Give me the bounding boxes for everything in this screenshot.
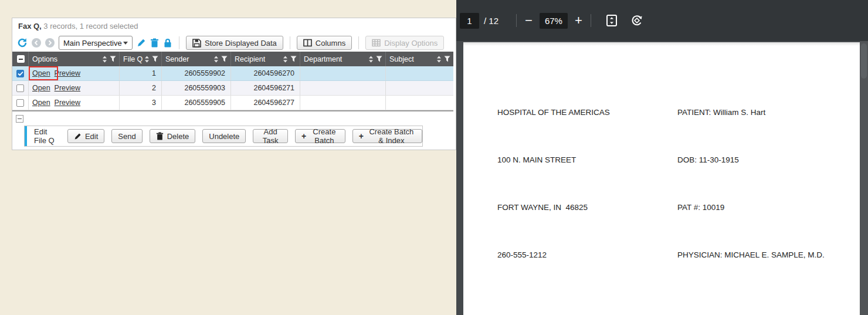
collapse-icon[interactable] <box>16 115 23 123</box>
scrollbar[interactable] <box>860 41 868 315</box>
sender-cell: 2605559902 <box>162 66 231 80</box>
display-options-button[interactable]: Display Options <box>365 36 444 50</box>
patient-line: PHYSICIAN: MICHAEL E. SAMPLE, M.D. <box>677 247 825 263</box>
column-header-file-q-id[interactable]: File Q ID <box>120 52 162 66</box>
select-all-checkbox[interactable] <box>17 55 25 63</box>
create-batch-button[interactable]: + Create Batch <box>295 129 345 143</box>
prev-page-icon[interactable] <box>32 38 41 48</box>
zoom-level-input[interactable]: 67% <box>540 13 568 29</box>
filter-icon[interactable] <box>444 56 450 62</box>
field-line-examination: EXAMINATION:MRI LUMBOSACRAL SPINE <box>497 312 835 315</box>
open-link[interactable]: Open <box>32 99 50 107</box>
fax-q-pane: Fax Q, 3 records, 1 record selected Main… <box>0 0 456 315</box>
save-icon <box>192 39 201 48</box>
next-page-icon[interactable] <box>45 38 55 48</box>
open-link[interactable]: Open <box>32 69 50 77</box>
table-row[interactable]: Open Preview 3 2605559905 2604596277 <box>12 96 453 110</box>
table-bottom-border <box>12 110 453 111</box>
filter-icon[interactable] <box>152 56 158 62</box>
filter-icon[interactable] <box>110 56 116 62</box>
options-cell: Open Preview <box>29 96 120 110</box>
sort-icon[interactable] <box>102 56 107 63</box>
facility-line: 100 N. MAIN STREET <box>497 152 677 168</box>
preview-link[interactable]: Preview <box>55 99 80 107</box>
subject-cell <box>386 66 453 80</box>
scrollbar-thumb[interactable] <box>861 43 867 79</box>
edit-perspective-icon[interactable] <box>137 38 146 48</box>
pdf-toolbar-separator <box>591 14 591 27</box>
pencil-icon <box>74 133 82 140</box>
patient-line: PATIENT: William S. Hart <box>677 104 825 120</box>
recipient-cell: 2604596271 <box>231 81 300 95</box>
table-row[interactable]: Open Preview 2 2605559903 2604596271 <box>12 81 453 96</box>
column-header-options[interactable]: Options <box>29 52 120 66</box>
perspective-select[interactable]: Main Perspective <box>59 36 133 50</box>
patient-block: PATIENT: William S. Hart DOB: 11-30-1915… <box>677 73 825 294</box>
facility-line: HOSPITAL OF THE AMERICAS <box>497 104 677 120</box>
sort-icon[interactable] <box>213 56 219 63</box>
chevron-down-icon <box>123 42 128 45</box>
sort-icon[interactable] <box>283 56 288 63</box>
store-displayed-data-button[interactable]: Store Displayed Data <box>186 36 283 50</box>
send-button[interactable]: Send <box>111 129 142 143</box>
columns-button[interactable]: Columns <box>297 36 352 50</box>
row-checkbox[interactable] <box>16 99 24 107</box>
action-group-label: Edit File Q <box>34 127 59 145</box>
facility-line: 260-555-1212 <box>497 247 677 263</box>
record-count-text: 3 records, 1 record selected <box>42 22 138 31</box>
row-select-cell <box>12 96 29 110</box>
sort-icon[interactable] <box>144 56 150 63</box>
open-link[interactable]: Open <box>32 84 50 92</box>
rotate-icon[interactable] <box>630 13 644 28</box>
sender-cell: 2605559905 <box>162 96 231 110</box>
filter-icon[interactable] <box>290 56 297 62</box>
toolbar-separator <box>358 36 359 49</box>
sort-icon[interactable] <box>436 56 442 63</box>
action-panel-accent <box>25 126 27 146</box>
add-task-button[interactable]: Add Task <box>253 129 288 143</box>
display-options-icon <box>372 39 381 47</box>
facility-line: FORT WAYNE, IN 46825 <box>497 199 677 215</box>
create-batch-index-button[interactable]: + Create Batch & Index <box>352 129 422 143</box>
fit-page-icon[interactable] <box>605 14 618 27</box>
column-header-department[interactable]: Department <box>300 52 386 66</box>
file-q-id-cell: 1 <box>120 66 162 80</box>
plus-icon: + <box>359 132 364 140</box>
select-all-header[interactable] <box>12 52 29 66</box>
subject-cell <box>386 81 453 95</box>
department-cell <box>300 96 386 110</box>
patient-line: DOB: 11-30-1915 <box>677 152 825 168</box>
preview-link[interactable]: Preview <box>55 69 80 77</box>
zoom-out-button[interactable]: − <box>525 14 533 27</box>
lock-icon[interactable] <box>163 38 172 48</box>
refresh-icon[interactable] <box>17 38 28 48</box>
sort-icon[interactable] <box>368 56 374 63</box>
table-row[interactable]: Open Preview 1 2605559902 2604596270 <box>12 66 453 81</box>
row-select-cell <box>12 81 29 95</box>
undelete-button[interactable]: Undelete <box>202 129 246 143</box>
page-count-label: / 12 <box>484 16 499 26</box>
trash-icon <box>156 132 164 140</box>
table-header-row: Options File Q ID Sender Recipient <box>12 52 453 66</box>
exam-fields: EXAMINATION:MRI LUMBOSACRAL SPINE CONTRA… <box>497 312 835 315</box>
preview-link[interactable]: Preview <box>55 84 80 92</box>
delete-perspective-icon[interactable] <box>150 38 159 48</box>
fax-q-toolbar: Main Perspective Store Displayed Data <box>12 34 456 52</box>
subject-cell <box>386 96 453 110</box>
plus-icon: + <box>301 132 306 140</box>
edit-button[interactable]: Edit <box>67 129 104 143</box>
filter-icon[interactable] <box>221 56 228 62</box>
column-header-subject[interactable]: Subject <box>386 52 453 66</box>
row-checkbox[interactable] <box>16 70 24 77</box>
row-checkbox[interactable] <box>16 84 24 92</box>
document-content: HOSPITAL OF THE AMERICAS 100 N. MAIN STR… <box>463 42 860 315</box>
filter-icon[interactable] <box>376 56 382 62</box>
facility-block: HOSPITAL OF THE AMERICAS 100 N. MAIN STR… <box>497 73 677 294</box>
column-header-sender[interactable]: Sender <box>162 52 231 66</box>
zoom-in-button[interactable]: + <box>575 14 582 27</box>
delete-button[interactable]: Delete <box>150 129 196 143</box>
page-number-input[interactable]: 1 <box>460 13 479 29</box>
sender-cell: 2605559903 <box>162 81 231 95</box>
toolbar-separator <box>179 36 179 49</box>
column-header-recipient[interactable]: Recipient <box>231 52 300 66</box>
